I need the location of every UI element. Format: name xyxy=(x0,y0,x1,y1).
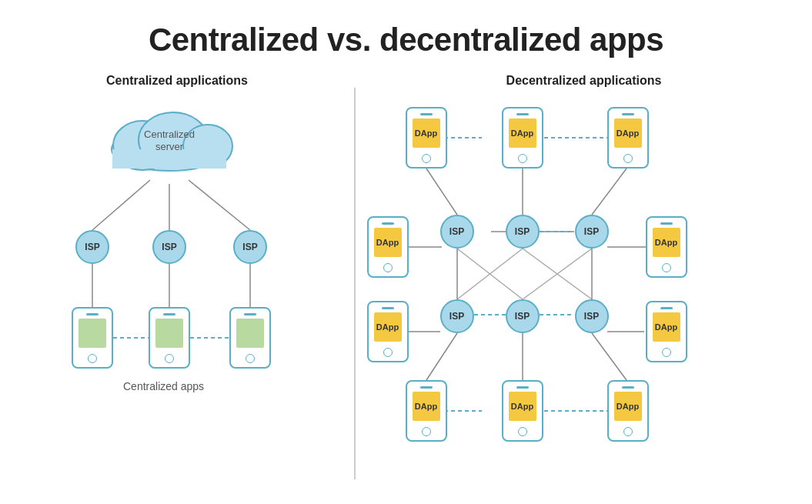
dapp-screen-top-2: DApp xyxy=(509,118,536,148)
dapp-phone-bot-3: DApp xyxy=(607,380,649,442)
phone-3 xyxy=(229,307,271,369)
right-section: Decentralized applications xyxy=(356,66,812,501)
svg-line-2 xyxy=(189,180,250,230)
dapp-screen-top-1: DApp xyxy=(413,118,440,148)
dapp-phone-bot-1: DApp xyxy=(406,380,447,442)
dapp-screen-bot-2: DApp xyxy=(509,392,536,421)
centralized-apps-label: Centralized apps xyxy=(123,380,204,392)
dapp-screen-right-2: DApp xyxy=(653,312,680,342)
left-section: Centralized applications xyxy=(0,66,354,501)
svg-line-21 xyxy=(457,249,523,299)
dapp-phone-top-3: DApp xyxy=(607,107,649,169)
phone-screen-1 xyxy=(79,319,106,348)
phone-2 xyxy=(149,307,190,369)
dapp-screen-bot-3: DApp xyxy=(614,392,642,421)
svg-line-15 xyxy=(592,169,627,215)
isp-circle-2: ISP xyxy=(152,230,186,264)
right-section-title: Decentralized applications xyxy=(506,74,662,88)
svg-line-31 xyxy=(426,333,457,380)
centralized-server-cloud: Centralized server xyxy=(100,103,239,172)
svg-line-22 xyxy=(457,249,523,299)
dapp-screen-right-1: DApp xyxy=(653,228,680,257)
phone-screen-2 xyxy=(155,319,183,348)
svg-rect-12 xyxy=(112,149,226,169)
page-title: Centralized vs. decentralized apps xyxy=(0,0,812,66)
isp-circle-3: ISP xyxy=(233,230,267,264)
dapp-phone-top-2: DApp xyxy=(502,107,543,169)
dapp-screen-left-1: DApp xyxy=(374,228,402,257)
svg-line-23 xyxy=(523,249,592,299)
dapp-phone-top-1: DApp xyxy=(406,107,447,169)
dapp-screen-bot-1: DApp xyxy=(413,392,440,421)
isp-row1-1: ISP xyxy=(440,215,474,249)
isp-row2-1: ISP xyxy=(440,299,474,333)
dapp-screen-left-2: DApp xyxy=(374,312,402,342)
svg-line-0 xyxy=(92,180,150,230)
dapp-phone-right-2: DApp xyxy=(646,301,687,362)
dapp-phone-left-2: DApp xyxy=(367,301,409,362)
isp-row1-3: ISP xyxy=(575,215,609,249)
isp-row2-3: ISP xyxy=(575,299,609,333)
dapp-phone-bot-2: DApp xyxy=(502,380,543,442)
dapp-phone-right-1: DApp xyxy=(646,216,687,278)
phone-screen-3 xyxy=(236,319,264,348)
dapp-phone-left-1: DApp xyxy=(367,216,409,278)
svg-line-24 xyxy=(523,249,592,299)
isp-row2-2: ISP xyxy=(506,299,540,333)
sections-container: Centralized applications xyxy=(0,66,812,501)
isp-circle-1: ISP xyxy=(75,230,109,264)
dapp-screen-top-3: DApp xyxy=(614,118,642,148)
phone-1 xyxy=(72,307,113,369)
svg-line-33 xyxy=(592,333,627,380)
left-section-title: Centralized applications xyxy=(106,74,248,88)
left-diagram: Centralized server ISP ISP ISP Centraliz… xyxy=(15,95,339,465)
isp-row1-2: ISP xyxy=(506,215,540,249)
right-diagram: DApp DApp DApp DApp ISP ISP ISP DApp xyxy=(365,95,811,472)
svg-line-13 xyxy=(426,169,457,215)
